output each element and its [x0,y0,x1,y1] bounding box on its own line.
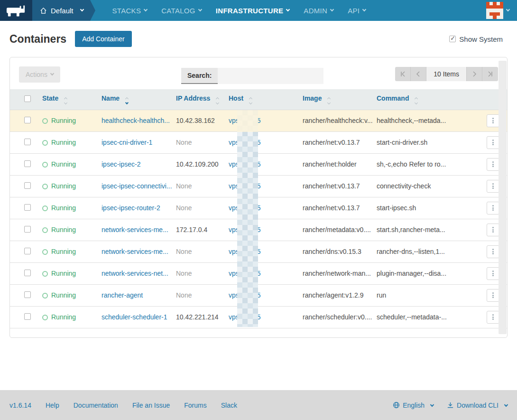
language-menu[interactable]: English [393,401,434,409]
nav-item-infrastructure[interactable]: INFRASTRUCTURE [216,7,290,15]
container-name-link[interactable]: network-services-me... [102,248,168,255]
host-cell: vps5 [225,197,299,219]
column-header-name[interactable]: Name [98,89,172,110]
image-name: rancher/healthcheck:v... [299,110,373,131]
actions-dropdown-button[interactable]: Actions [19,66,60,83]
kebab-icon [487,249,499,254]
command-text: start-cni-driver.sh [373,131,474,153]
container-name-link[interactable]: network-services-me... [102,226,168,233]
container-name-link[interactable]: network-services-net... [102,270,168,277]
environment-menu[interactable]: Default [32,0,90,21]
row-checkbox-cell [10,262,38,284]
state-label: Running [51,139,76,146]
column-header-ip[interactable]: IP Address [172,89,225,110]
column-header-state[interactable]: State [38,89,98,110]
table-row: Running network-services-me... 172.17.0.… [10,219,507,241]
row-checkbox[interactable] [24,139,31,145]
search-label: Search: [181,68,218,84]
footer-link-help[interactable]: Help [46,401,59,409]
add-container-button[interactable]: Add Container [75,31,132,47]
nav-item-api[interactable]: API [348,7,366,15]
image-name: rancher/net:holder [299,153,373,175]
row-actions-menu-button[interactable] [487,311,499,324]
host-cell: vps5 [225,153,299,175]
show-system-checkbox[interactable] [449,36,456,42]
table-row: Running ipsec-cni-driver-1 None vps5 ran… [10,131,507,153]
row-checkbox-cell [10,197,38,219]
footer-link-forums[interactable]: Forums [184,401,206,409]
rancher-logo[interactable] [0,0,32,21]
show-system-label: Show System [459,35,503,43]
row-actions-menu-button[interactable] [487,158,499,171]
host-redaction-blur [237,110,258,327]
host-cell: vps5 [225,241,299,262]
row-actions-menu-button[interactable] [487,267,499,280]
column-header-host[interactable]: Host [225,89,299,110]
host-cell: vps5 [225,262,299,284]
name-cell: rancher-agent [98,284,172,306]
row-actions-menu-button[interactable] [487,114,499,127]
command-text: plugin-manager,--disa... [373,262,474,284]
container-name-link[interactable]: ipsec-ipsec-connectivi... [102,182,172,190]
nav-item-catalog[interactable]: CATALOG [161,7,202,15]
select-all-checkbox[interactable] [24,95,31,102]
container-name-link[interactable]: ipsec-ipsec-router-2 [102,204,160,212]
row-checkbox[interactable] [24,182,31,189]
row-actions-menu-button[interactable] [487,289,499,302]
nav-item-stacks[interactable]: STACKS [112,7,148,15]
first-page-button[interactable] [395,67,411,81]
state-cell: Running [38,110,98,131]
row-checkbox[interactable] [24,270,31,276]
row-actions-menu-button[interactable] [487,180,499,193]
version-label: v1.6.14 [9,401,31,409]
footer-link-file-an-issue[interactable]: File an Issue [132,401,170,409]
row-checkbox[interactable] [24,313,31,320]
table-row: Running ipsec-ipsec-connectivi... None v… [10,175,507,197]
host-cell: vps5 [225,175,299,197]
table-row: Running network-services-me... None vps5… [10,241,507,262]
row-actions-menu-button[interactable] [487,202,499,215]
host-cell: vps5 [225,284,299,306]
actions-label: Actions [26,71,47,78]
name-cell: ipsec-ipsec-router-2 [98,197,172,219]
previous-page-button[interactable] [411,67,426,81]
next-page-button[interactable] [467,67,482,81]
show-system-toggle[interactable]: Show System [449,35,503,43]
nav-item-label: CATALOG [161,7,195,15]
scrollbar-track[interactable] [499,61,507,334]
chevron-down-icon [144,8,148,11]
row-checkbox[interactable] [24,248,31,254]
row-checkbox[interactable] [24,226,31,233]
container-name-link[interactable]: rancher-agent [102,291,143,299]
state-label: Running [51,226,76,233]
name-cell: ipsec-cni-driver-1 [98,131,172,153]
row-checkbox[interactable] [24,204,31,211]
user-menu[interactable] [486,0,509,21]
column-header-command[interactable]: Command [373,89,474,110]
row-checkbox[interactable] [24,160,31,167]
row-actions-menu-button[interactable] [487,224,499,236]
kebab-icon [487,292,499,298]
kebab-icon [487,140,499,145]
container-name-link[interactable]: scheduler-scheduler-1 [102,313,167,321]
row-actions-menu-button[interactable] [487,136,499,149]
row-checkbox[interactable] [24,291,31,298]
footer-link-documentation[interactable]: Documentation [74,401,118,409]
running-state-icon [42,118,48,124]
sort-icon [216,98,219,104]
last-page-button[interactable] [482,67,498,81]
image-name: rancher/net:v0.13.7 [299,175,373,197]
state-label: Running [51,270,76,277]
row-checkbox[interactable] [24,117,31,123]
footer-link-slack[interactable]: Slack [221,401,237,409]
row-actions-menu-button[interactable] [487,245,499,258]
state-cell: Running [38,197,98,219]
search-input[interactable] [218,68,323,84]
column-header-image[interactable]: Image [299,89,373,110]
download-cli-menu[interactable]: Download CLI [447,401,508,409]
running-state-icon [42,315,48,320]
container-name-link[interactable]: ipsec-cni-driver-1 [102,139,152,146]
container-name-link[interactable]: healthcheck-healthch... [102,117,170,124]
nav-item-admin[interactable]: ADMIN [304,7,333,15]
container-name-link[interactable]: ipsec-ipsec-2 [102,160,140,168]
